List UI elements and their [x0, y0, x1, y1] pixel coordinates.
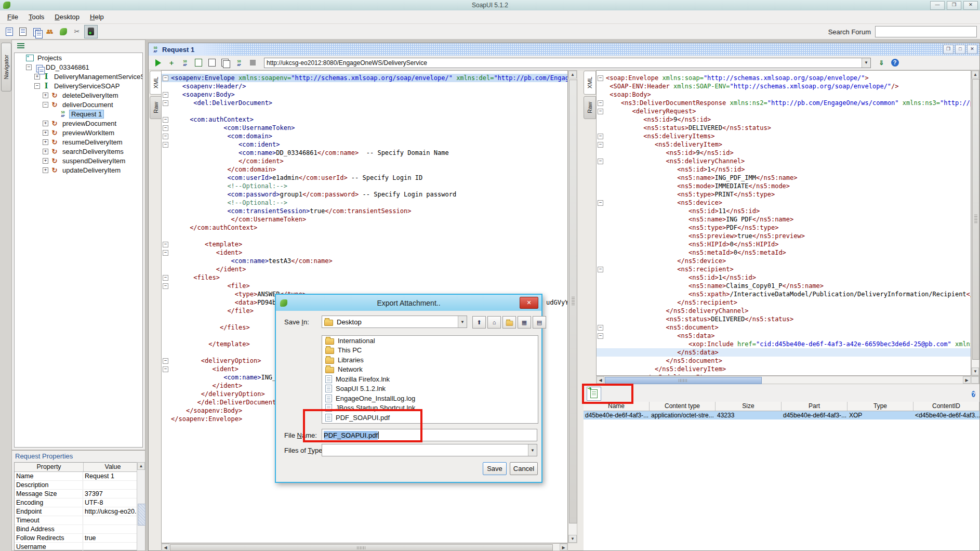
new-project-icon[interactable] — [3, 25, 16, 38]
fold-icon[interactable]: − — [598, 200, 603, 206]
fold-icon[interactable]: − — [163, 100, 168, 106]
expander-icon[interactable]: + — [43, 130, 48, 136]
fold-icon[interactable]: − — [163, 117, 168, 123]
soap-action-icon[interactable]: SOAP — [179, 57, 191, 69]
tab-raw[interactable]: Raw — [584, 96, 596, 119]
chevron-down-icon[interactable]: ▼ — [528, 444, 537, 456]
tree-item-deliveryservicesoap[interactable]: −IDeliveryServiceSOAP — [15, 81, 142, 90]
submit-request-button[interactable] — [152, 57, 164, 69]
properties-scrollbar[interactable]: ▲ — [137, 462, 145, 550]
window-close-icon[interactable]: ✕ — [967, 45, 977, 54]
column-header-contentid[interactable]: ContentID — [913, 402, 979, 411]
tree-item-resumedeliveryitem[interactable]: +↻resumeDeliveryItem — [15, 137, 142, 147]
tab-xml[interactable]: XML — [584, 71, 596, 95]
menu-desktop[interactable]: Desktop — [49, 11, 85, 22]
fold-icon[interactable]: − — [163, 358, 168, 364]
add-to-testcase-icon[interactable]: ＋ — [165, 57, 178, 69]
cancel-request-icon[interactable] — [246, 57, 259, 69]
property-row[interactable]: NameRequest 1 — [15, 472, 142, 481]
column-header[interactable]: Value — [84, 463, 142, 471]
property-row[interactable]: Endpointhttp://ukcsg-eo20... — [15, 507, 142, 516]
response-vscrollbar[interactable]: ▲ ▼ — [971, 70, 979, 376]
fold-icon[interactable]: − — [163, 242, 168, 247]
forum-icon[interactable]: 👥︎ — [44, 25, 56, 38]
fold-icon[interactable]: − — [163, 92, 168, 98]
expander-icon[interactable]: + — [43, 121, 48, 126]
up-one-level-icon[interactable]: ⬆ — [472, 316, 486, 329]
endpoint-combo[interactable]: http://ukcsg-eo2012:8080/EngageOneWS/Del… — [264, 58, 871, 68]
fold-icon[interactable]: − — [598, 134, 603, 139]
fold-icon[interactable]: − — [598, 333, 603, 339]
property-row[interactable]: Message Size37397 — [15, 490, 142, 498]
file-item[interactable]: Network — [322, 365, 538, 375]
fold-icon[interactable]: − — [163, 125, 168, 131]
window-restore-icon[interactable]: ❐ — [943, 45, 953, 54]
fold-icon[interactable]: − — [598, 109, 603, 114]
file-item[interactable]: Mozilla Firefox.lnk — [322, 374, 538, 384]
response-xml-editor[interactable]: <soap:Envelope xmlns:soap="http://schema… — [596, 70, 971, 376]
scroll-right-icon[interactable]: ▶ — [963, 376, 971, 384]
soap-response-icon[interactable]: SOAP — [233, 57, 245, 69]
dialog-titlebar[interactable]: Export Attachment.. ✕ — [276, 295, 541, 311]
tab-raw[interactable]: Raw — [150, 96, 162, 119]
menu-help[interactable]: Help — [85, 11, 109, 22]
file-item[interactable]: This PC — [322, 346, 538, 356]
fold-icon[interactable]: − — [163, 275, 168, 281]
corner-button[interactable] — [971, 376, 979, 384]
fold-icon[interactable]: − — [163, 283, 168, 289]
response-hscrollbar[interactable]: ◀ ▶ — [596, 376, 979, 384]
tree-item-deliverymanagementservicesoap[interactable]: +IDeliveryManagementServiceSOAP — [15, 72, 142, 81]
menu-file[interactable]: File — [2, 11, 23, 22]
save-button[interactable]: Save — [483, 462, 507, 475]
navigator-tab[interactable]: Navigator — [1, 43, 11, 91]
fold-icon[interactable]: − — [163, 75, 168, 81]
property-row[interactable]: Timeout — [15, 516, 142, 525]
expander-icon[interactable]: + — [43, 149, 48, 154]
fold-icon[interactable]: − — [598, 100, 603, 106]
tree-item-dd-03346861[interactable]: −DD_03346861 — [15, 62, 142, 72]
save-all-icon[interactable] — [30, 25, 43, 38]
fold-icon[interactable]: − — [163, 134, 168, 139]
scroll-up-icon[interactable]: ▲ — [137, 462, 145, 470]
scroll-left-icon[interactable]: ◀ — [597, 376, 604, 384]
fold-icon[interactable]: − — [598, 75, 603, 81]
list-view-icon[interactable]: ▤ — [533, 316, 546, 329]
tree-item-projects[interactable]: +Projects — [15, 53, 142, 62]
request-hscrollbar[interactable]: ◀ ▶ — [161, 543, 568, 551]
fold-icon[interactable]: − — [598, 325, 603, 331]
expander-icon[interactable]: + — [43, 139, 48, 145]
scroll-down-icon[interactable]: ▼ — [972, 368, 979, 375]
fold-icon[interactable]: − — [598, 142, 603, 148]
scroll-up-icon[interactable]: ▲ — [568, 71, 577, 78]
tree-item-deliverdocument[interactable]: −↻deliverDocument — [15, 100, 142, 109]
request-window-titlebar[interactable]: SOAP Request 1 ❐ □ ✕ — [149, 43, 979, 56]
window-maximize-icon[interactable]: □ — [955, 45, 965, 54]
new-folder-icon[interactable] — [502, 316, 516, 329]
help-icon[interactable]: ? — [889, 57, 901, 69]
property-row[interactable]: Username — [15, 543, 142, 551]
tree-item-suspenddeliveryitem[interactable]: +↻suspendDeliveryItem — [15, 156, 142, 165]
column-header-size[interactable]: Size — [716, 402, 782, 411]
fold-icon[interactable]: − — [598, 159, 603, 164]
file-item[interactable]: EngageOne_InstallLog.log — [322, 393, 538, 403]
home-icon[interactable]: ⌂ — [487, 316, 501, 329]
fold-icon[interactable]: − — [163, 250, 168, 256]
column-header-type[interactable]: Type — [847, 402, 913, 411]
expander-icon[interactable]: − — [43, 102, 48, 108]
import-project-icon[interactable] — [17, 25, 29, 38]
clone-request-icon[interactable] — [219, 57, 232, 69]
search-forum-input[interactable] — [875, 26, 977, 37]
expander-icon[interactable]: + — [43, 93, 48, 98]
soapui-logo-icon[interactable] — [57, 25, 70, 38]
fold-icon[interactable]: − — [163, 366, 168, 372]
maximize-button[interactable]: ❒ — [947, 1, 961, 10]
tree-item-updatedeliveryitem[interactable]: +↻updateDeliveryItem — [15, 165, 142, 175]
files-of-type-combo[interactable]: ▼ — [322, 444, 537, 456]
file-item[interactable]: International — [322, 336, 538, 346]
property-row[interactable]: Follow Redirectstrue — [15, 534, 142, 543]
export-icon[interactable]: ⇓ — [875, 57, 888, 69]
dialog-close-icon[interactable]: ✕ — [520, 297, 538, 309]
chevron-down-icon[interactable]: ▼ — [862, 58, 870, 68]
property-row[interactable]: Bind Address — [15, 525, 142, 534]
file-item[interactable]: Libraries — [322, 355, 538, 365]
